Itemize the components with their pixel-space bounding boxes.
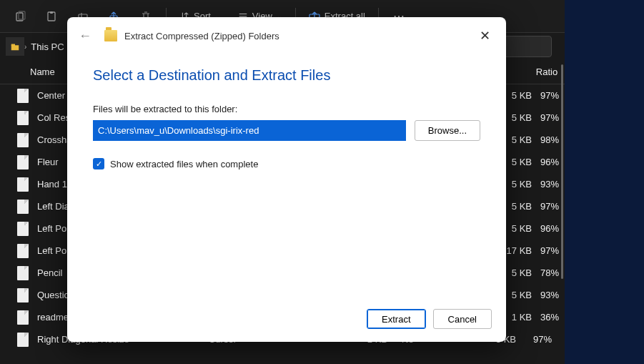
show-extracted-checkbox-row[interactable]: ✓ Show extracted files when complete xyxy=(93,158,480,169)
extract-dialog: ← Extract Compressed (Zipped) Folders ✕ … xyxy=(67,17,506,342)
file-ratio: 93% xyxy=(532,290,565,300)
copy-icon[interactable] xyxy=(6,4,34,29)
browse-button[interactable]: Browse... xyxy=(415,120,480,141)
checkbox-checked-icon[interactable]: ✓ xyxy=(93,158,104,169)
zip-folder-icon xyxy=(104,30,117,41)
file-ratio: 97% xyxy=(532,112,565,123)
file-ratio: 78% xyxy=(532,267,565,278)
file-icon xyxy=(17,155,29,169)
file-ratio: 96% xyxy=(532,223,565,234)
desktop-background xyxy=(565,0,644,364)
home-icon[interactable] xyxy=(6,37,24,56)
destination-path-input[interactable] xyxy=(93,120,406,141)
scrollbar-thumb[interactable] xyxy=(561,64,563,279)
file-ratio: 97% xyxy=(532,90,565,101)
file-icon xyxy=(17,111,29,125)
file-ratio: 97% xyxy=(532,201,565,212)
file-icon xyxy=(17,222,29,236)
show-extracted-label: Show extracted files when complete xyxy=(110,159,258,169)
file-icon xyxy=(17,133,29,147)
search-input[interactable] xyxy=(502,36,552,57)
file-icon xyxy=(17,244,29,258)
dialog-heading: Select a Destination and Extract Files xyxy=(93,67,480,84)
paste-icon[interactable] xyxy=(37,4,66,29)
file-icon xyxy=(17,333,29,347)
extract-button[interactable]: Extract xyxy=(367,309,425,329)
file-ratio: 98% xyxy=(532,134,565,145)
file-ratio: 97% xyxy=(516,334,552,345)
file-icon xyxy=(17,177,29,192)
file-ratio: 96% xyxy=(532,157,565,167)
file-ratio: 36% xyxy=(532,312,565,323)
breadcrumb-item[interactable]: This PC xyxy=(26,41,68,52)
file-icon xyxy=(17,266,29,280)
file-icon xyxy=(17,200,29,214)
file-icon xyxy=(17,89,29,103)
column-ratio[interactable]: Ratio xyxy=(529,67,565,77)
svg-rect-3 xyxy=(50,11,53,14)
path-label: Files will be extracted to this folder: xyxy=(93,104,480,114)
dialog-title: Extract Compressed (Zipped) Folders xyxy=(124,31,279,41)
back-arrow-icon[interactable]: ← xyxy=(79,29,91,44)
file-icon xyxy=(17,310,29,325)
cancel-button[interactable]: Cancel xyxy=(433,309,492,329)
file-ratio: 93% xyxy=(532,179,565,190)
file-icon xyxy=(17,288,29,302)
file-ratio: 97% xyxy=(532,245,565,256)
dialog-header: ← Extract Compressed (Zipped) Folders ✕ xyxy=(67,17,506,54)
close-icon[interactable]: ✕ xyxy=(475,24,495,48)
svg-rect-8 xyxy=(11,44,15,46)
svg-rect-7 xyxy=(11,45,19,50)
